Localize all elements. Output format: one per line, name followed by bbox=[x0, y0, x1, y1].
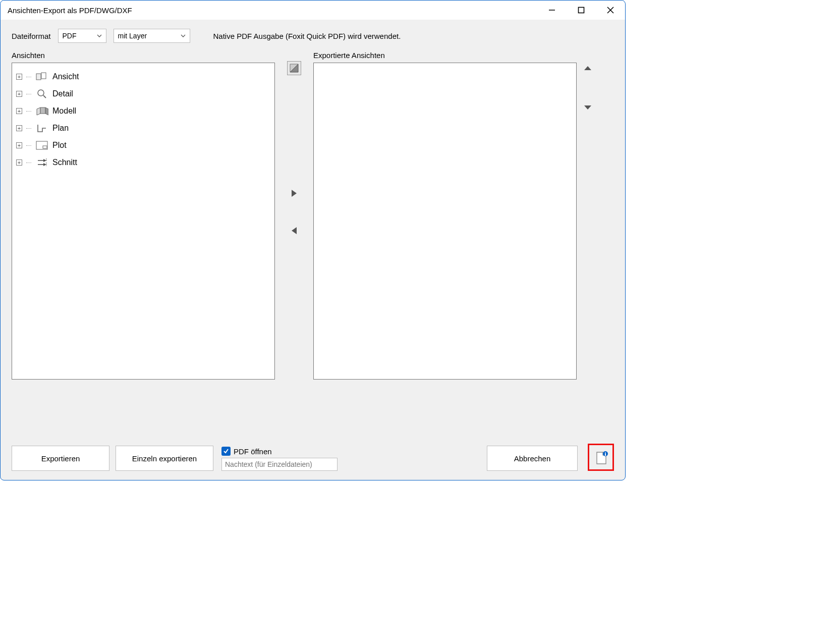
close-icon bbox=[607, 7, 614, 14]
info-button[interactable] bbox=[595, 451, 606, 464]
views-tree[interactable]: + Ansicht + Detail bbox=[12, 63, 275, 380]
expand-icon[interactable]: + bbox=[16, 108, 22, 114]
maximize-button[interactable] bbox=[567, 1, 596, 20]
titlebar-controls bbox=[537, 1, 625, 20]
footer-row: Exportieren Einzeln exportieren PDF öffn… bbox=[1, 444, 625, 480]
magnifier-icon bbox=[35, 88, 48, 99]
suffix-input[interactable] bbox=[221, 458, 338, 471]
svg-marker-10 bbox=[45, 108, 48, 115]
move-down-button[interactable] bbox=[581, 100, 595, 115]
lists-row: Ansichten + Ansicht + bbox=[1, 48, 625, 380]
layer-select-value: mit Layer bbox=[118, 32, 147, 40]
svg-rect-27 bbox=[605, 453, 606, 454]
chevron-down-icon bbox=[97, 34, 102, 37]
tree-label: Plan bbox=[52, 124, 69, 133]
chevron-right-icon bbox=[291, 189, 298, 198]
swap-button[interactable] bbox=[287, 61, 301, 75]
svg-marker-14 bbox=[43, 159, 46, 162]
expand-icon[interactable]: + bbox=[16, 142, 22, 148]
exported-header: Exportierte Ansichten bbox=[313, 51, 577, 60]
move-up-button[interactable] bbox=[581, 61, 595, 75]
plan-icon bbox=[35, 123, 48, 134]
svg-marker-22 bbox=[292, 227, 297, 234]
svg-rect-28 bbox=[605, 454, 606, 456]
info-button-highlight bbox=[588, 444, 614, 471]
svg-rect-5 bbox=[41, 73, 46, 79]
section-icon bbox=[35, 157, 48, 168]
pdf-options: PDF öffnen bbox=[221, 447, 338, 471]
expand-icon[interactable]: + bbox=[16, 74, 22, 80]
tree-item-ansicht[interactable]: + Ansicht bbox=[16, 68, 270, 85]
chevron-down-icon bbox=[583, 104, 592, 111]
minimize-button[interactable] bbox=[537, 1, 567, 20]
chevron-left-icon bbox=[291, 226, 298, 235]
check-icon bbox=[223, 448, 229, 454]
svg-point-6 bbox=[38, 90, 44, 96]
svg-rect-4 bbox=[36, 74, 41, 80]
tree-item-modell[interactable]: + Modell bbox=[16, 102, 270, 120]
remove-from-export-button[interactable] bbox=[287, 224, 301, 238]
svg-marker-8 bbox=[37, 108, 40, 115]
engine-status: Native PDF Ausgabe (Foxit Quick PDF) wir… bbox=[213, 32, 401, 40]
views-header: Ansichten bbox=[12, 51, 275, 60]
tree-item-schnitt[interactable]: + Schnitt bbox=[16, 154, 270, 171]
expand-icon[interactable]: + bbox=[16, 91, 22, 97]
svg-marker-21 bbox=[292, 190, 297, 197]
svg-rect-1 bbox=[579, 8, 584, 13]
single-export-button[interactable]: Einzeln exportieren bbox=[116, 446, 213, 471]
tree-label: Plot bbox=[52, 141, 67, 150]
expand-icon[interactable]: + bbox=[16, 125, 22, 131]
svg-marker-16 bbox=[43, 163, 46, 166]
views-column: Ansichten + Ansicht + bbox=[12, 48, 275, 380]
model-icon bbox=[35, 105, 48, 117]
swap-icon bbox=[289, 63, 299, 73]
maximize-icon bbox=[578, 7, 585, 14]
transfer-controls bbox=[275, 48, 313, 380]
tree-item-plan[interactable]: + Plan bbox=[16, 120, 270, 137]
close-button[interactable] bbox=[596, 1, 625, 20]
tree-item-detail[interactable]: + Detail bbox=[16, 85, 270, 102]
format-select[interactable]: PDF bbox=[58, 29, 106, 43]
cancel-button[interactable]: Abbrechen bbox=[487, 446, 578, 471]
open-pdf-label: PDF öffnen bbox=[234, 447, 272, 456]
open-pdf-checkbox-row[interactable]: PDF öffnen bbox=[221, 447, 338, 456]
titlebar: Ansichten-Export als PDF/DWG/DXF bbox=[1, 1, 625, 20]
tree-label: Schnitt bbox=[52, 158, 77, 167]
format-select-value: PDF bbox=[63, 32, 77, 40]
add-to-export-button[interactable] bbox=[287, 186, 301, 200]
export-button[interactable]: Exportieren bbox=[12, 446, 109, 471]
open-pdf-checkbox[interactable] bbox=[221, 447, 231, 456]
tree-item-plot[interactable]: + Plot bbox=[16, 137, 270, 154]
plot-icon bbox=[35, 140, 48, 151]
export-dialog: Ansichten-Export als PDF/DWG/DXF Dateifo… bbox=[0, 0, 626, 480]
view-icon bbox=[35, 71, 48, 82]
svg-line-7 bbox=[43, 95, 46, 98]
layer-select[interactable]: mit Layer bbox=[114, 29, 190, 43]
window-title: Ansichten-Export als PDF/DWG/DXF bbox=[8, 6, 132, 15]
page-info-icon bbox=[595, 451, 608, 465]
tree-label: Detail bbox=[52, 89, 73, 98]
tree-label: Ansicht bbox=[52, 72, 79, 81]
expand-icon[interactable]: + bbox=[16, 159, 22, 166]
exported-list[interactable] bbox=[313, 63, 577, 380]
svg-marker-9 bbox=[40, 108, 45, 114]
exported-column: Exportierte Ansichten bbox=[313, 48, 577, 380]
svg-marker-23 bbox=[584, 66, 591, 70]
minimize-icon bbox=[548, 7, 555, 14]
reorder-controls bbox=[577, 48, 599, 380]
format-label: Dateiformat bbox=[12, 32, 51, 40]
top-row: Dateiformat PDF mit Layer Native PDF Aus… bbox=[1, 20, 625, 48]
chevron-up-icon bbox=[583, 65, 592, 71]
tree-label: Modell bbox=[52, 106, 76, 116]
svg-marker-24 bbox=[584, 105, 591, 110]
chevron-down-icon bbox=[181, 34, 186, 37]
